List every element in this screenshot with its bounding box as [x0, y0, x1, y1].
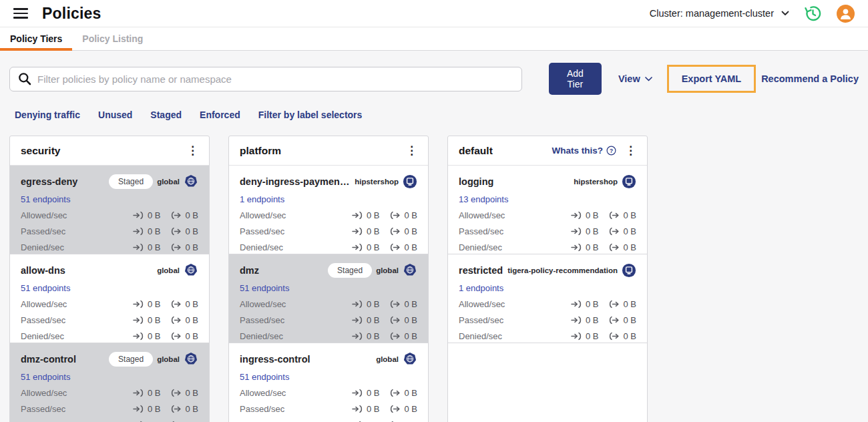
tab-policy-listing[interactable]: Policy Listing — [72, 27, 153, 50]
tiers-row: security ⋮ egress-deny Staged global 51 … — [9, 136, 859, 422]
egress-traffic-icon — [389, 316, 401, 325]
policy-card[interactable]: logging hipstershop 13 endpoints Allowed… — [448, 166, 647, 254]
policy-scope: hipstershop — [574, 178, 618, 186]
policy-endpoints-link[interactable]: 51 endpoints — [240, 283, 289, 293]
tier-body: logging hipstershop 13 endpoints Allowed… — [448, 166, 647, 422]
policy-endpoints-link[interactable]: 51 endpoints — [21, 283, 70, 293]
tier-card: default Whats this? ? ⋮ logging hipsters… — [447, 136, 648, 422]
history-icon[interactable] — [804, 5, 822, 23]
cluster-selector[interactable]: Cluster: management-cluster — [650, 8, 789, 19]
egress-traffic-icon — [389, 405, 401, 413]
stat-egress-value: 0 B — [623, 226, 636, 236]
stat-ingress-value: 0 B — [148, 315, 161, 325]
policy-stat-row: Allowed/sec 0 B 0 B — [240, 299, 417, 309]
filter-enforced[interactable]: Enforced — [200, 110, 240, 120]
policy-stat-row: Passed/sec 0 B 0 B — [21, 226, 198, 236]
policy-endpoints-link[interactable]: 13 endpoints — [459, 194, 508, 204]
policy-card[interactable]: allow-dns global 51 endpoints Allowed/se… — [10, 254, 209, 343]
tier-body: egress-deny Staged global 51 endpoints A… — [10, 166, 209, 422]
policy-stat-row: Passed/sec 0 B 0 B — [240, 226, 417, 236]
tier-menu-kebab-icon[interactable]: ⋮ — [187, 145, 198, 156]
egress-traffic-icon — [389, 332, 401, 341]
filter-unused[interactable]: Unused — [98, 110, 132, 120]
stat-ingress-value: 0 B — [367, 226, 380, 236]
policy-name: dmz-control — [21, 354, 105, 365]
egress-traffic-icon — [170, 227, 182, 236]
stat-label: Passed/sec — [240, 404, 284, 414]
stat-label: Passed/sec — [459, 226, 503, 236]
tier-title: security — [21, 145, 60, 157]
view-button-label: View — [618, 73, 640, 84]
ingress-traffic-icon — [352, 332, 363, 341]
policy-stats: Allowed/sec 0 B 0 B Passed/sec — [240, 210, 417, 252]
egress-traffic-icon — [389, 243, 401, 252]
stat-ingress-value: 0 B — [148, 404, 161, 414]
global-icon — [184, 174, 198, 189]
policy-endpoints-link[interactable]: 1 endpoints — [459, 283, 503, 293]
stat-egress-value: 0 B — [404, 242, 417, 252]
user-avatar[interactable] — [837, 5, 855, 23]
question-circle-icon: ? — [606, 146, 616, 156]
ingress-traffic-icon — [133, 316, 144, 325]
egress-traffic-icon — [170, 332, 182, 341]
view-button[interactable]: View — [618, 73, 652, 84]
stat-label: Passed/sec — [21, 404, 65, 414]
policy-card[interactable]: deny-ingress-paymentservi… hipstershop 1… — [229, 166, 428, 254]
filter-by-label-selectors[interactable]: Filter by label selectors — [258, 110, 363, 120]
export-yaml-button[interactable]: Export YAML — [682, 73, 741, 84]
cluster-selector-label: Cluster: management-cluster — [650, 8, 774, 19]
policy-endpoints-link[interactable]: 51 endpoints — [240, 372, 289, 382]
tier-card: platform ⋮ deny-ingress-paymentservi… hi… — [228, 136, 429, 422]
recommend-policy-button[interactable]: Recommend a Policy — [761, 73, 859, 84]
egress-traffic-icon — [389, 389, 401, 397]
policy-card[interactable]: egress-deny Staged global 51 endpoints A… — [10, 166, 209, 254]
stat-egress-value: 0 B — [623, 315, 636, 325]
policy-card[interactable]: ingress-control global 51 endpoints Allo… — [229, 343, 428, 422]
egress-traffic-icon — [389, 211, 401, 220]
policy-card[interactable]: dmz-control Staged global 51 endpoints A… — [10, 343, 209, 422]
staged-badge: Staged — [328, 263, 372, 278]
global-icon — [184, 352, 198, 367]
app-header: Policies Cluster: management-cluster — [0, 0, 868, 27]
policy-scope: global — [157, 178, 180, 186]
stat-label: Allowed/sec — [21, 388, 67, 398]
search-input[interactable] — [37, 73, 513, 85]
policy-card[interactable]: restricted tigera-policy-recommendation … — [448, 254, 647, 343]
policy-card[interactable]: dmz Staged global 51 endpoints Allowed/s… — [229, 254, 428, 343]
stat-egress-value: 0 B — [185, 226, 198, 236]
policy-stat-row: Allowed/sec 0 B 0 B — [240, 388, 417, 398]
stat-egress-value: 0 B — [623, 242, 636, 252]
tab-policy-tiers[interactable]: Policy Tiers — [0, 27, 72, 50]
policy-stat-row: Passed/sec 0 B 0 B — [240, 404, 417, 414]
filter-denying-traffic[interactable]: Denying traffic — [15, 110, 80, 120]
policy-stat-row: Passed/sec 0 B 0 B — [21, 315, 198, 325]
stat-ingress-value: 0 B — [148, 210, 161, 220]
ingress-traffic-icon — [352, 243, 363, 252]
policy-endpoints-link[interactable]: 51 endpoints — [21, 372, 70, 382]
policy-endpoints-link[interactable]: 1 endpoints — [240, 194, 284, 204]
tier-menu-kebab-icon[interactable]: ⋮ — [406, 145, 417, 156]
add-tier-button[interactable]: Add Tier — [549, 63, 602, 95]
namespace-icon — [622, 263, 636, 278]
tier-help-link[interactable]: Whats this? ? — [552, 146, 617, 156]
toolbar: Add Tier View Export YAML Recommend a Po… — [9, 63, 859, 95]
stat-label: Denied/sec — [459, 331, 502, 341]
stat-label: Allowed/sec — [240, 210, 286, 220]
policy-name: allow-dns — [21, 265, 153, 276]
global-icon — [403, 352, 417, 367]
global-icon — [184, 263, 198, 278]
hamburger-menu-icon[interactable] — [13, 8, 28, 19]
stat-ingress-value: 0 B — [367, 331, 380, 341]
tier-menu-kebab-icon[interactable]: ⋮ — [625, 145, 636, 156]
stat-label: Passed/sec — [21, 315, 65, 325]
policy-endpoints-link[interactable]: 51 endpoints — [21, 194, 70, 204]
stat-label: Passed/sec — [459, 315, 503, 325]
filter-staged[interactable]: Staged — [150, 110, 182, 120]
stat-egress-value: 0 B — [404, 315, 417, 325]
stat-ingress-value: 0 B — [367, 299, 380, 309]
tier-header: platform ⋮ — [229, 136, 428, 166]
policy-stat-row: Passed/sec 0 B 0 B — [459, 315, 636, 325]
policy-stat-row: Denied/sec 0 B 0 B — [459, 331, 636, 341]
stat-label: Allowed/sec — [240, 388, 286, 398]
tab-policy-listing-label: Policy Listing — [82, 33, 143, 44]
